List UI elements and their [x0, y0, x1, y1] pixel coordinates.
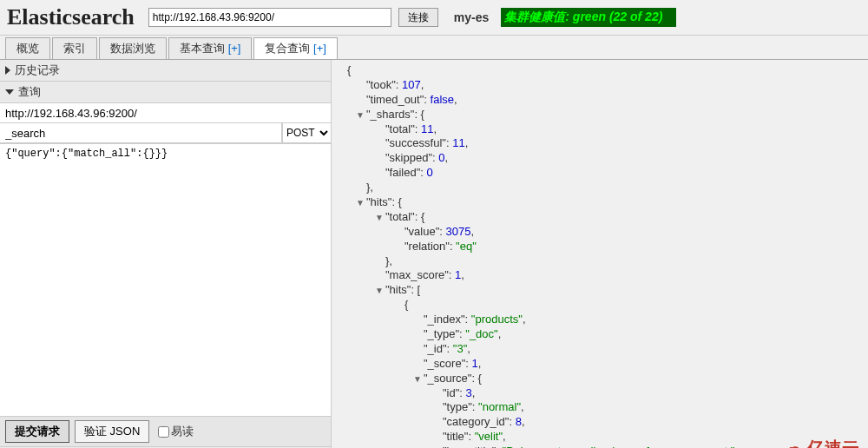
chevron-down-icon — [5, 89, 14, 95]
json-line: ▼"hits": [ — [340, 283, 859, 298]
tab-1[interactable]: 索引 — [52, 37, 97, 59]
top-bar: Elasticsearch 连接 my-es 集群健康值: green (22 … — [0, 0, 868, 36]
json-line: "successful": 11, — [340, 136, 859, 151]
json-line: "_index": "products", — [340, 313, 859, 327]
cluster-name: my-es — [454, 10, 489, 24]
collapse-toggle-icon[interactable]: ▼ — [356, 198, 365, 208]
response-panel[interactable]: {"took": 107,"timed_out": false,▼"_shard… — [332, 60, 868, 448]
submit-button[interactable]: 提交请求 — [5, 420, 69, 443]
watermark-logo: ☁ 亿速云 — [781, 433, 859, 448]
button-row: 提交请求 验证 JSON 易读 — [0, 416, 331, 446]
json-line: "_id": "3", — [340, 342, 859, 357]
easyread-checkbox[interactable]: 易读 — [158, 424, 194, 439]
json-line: "timed_out": false, — [340, 93, 859, 108]
json-line: "total": 11, — [340, 122, 859, 137]
path-input[interactable] — [0, 123, 282, 142]
cluster-url-input[interactable] — [148, 8, 391, 27]
json-line: "type": "normal", — [340, 400, 859, 415]
json-line: "id": 3, — [340, 386, 859, 401]
json-line: }, — [340, 254, 859, 269]
history-header[interactable]: 历史记录 — [0, 60, 331, 82]
json-line: "relation": "eq" — [340, 240, 859, 254]
json-line: ▼"hits": { — [340, 195, 859, 210]
collapse-toggle-icon[interactable]: ▼ — [375, 286, 384, 295]
json-line: "_score": 1, — [340, 357, 859, 372]
chevron-right-icon — [5, 66, 10, 75]
query-panel: 历史记录 查询 POST {"query":{"match_all":{}}} … — [0, 60, 332, 448]
json-line: { — [340, 298, 859, 313]
json-line: "max_score": 1, — [340, 268, 859, 283]
easyread-checkbox-input[interactable] — [158, 426, 169, 438]
json-line: "skipped": 0, — [340, 151, 859, 166]
json-line: ▼"total": { — [340, 210, 859, 225]
tab-2[interactable]: 数据浏览 — [99, 37, 167, 59]
query-label: 查询 — [18, 84, 41, 100]
tab-3[interactable]: 基本查询 [+] — [168, 37, 252, 59]
query-body-textarea[interactable]: {"query":{"match_all":{}}} — [0, 144, 331, 399]
collapse-toggle-icon[interactable]: ▼ — [375, 213, 384, 222]
connect-button[interactable]: 连接 — [398, 8, 438, 27]
cluster-health-badge: 集群健康值: green (22 of 22) — [501, 8, 676, 27]
app-title: Elasticsearch — [7, 4, 135, 30]
json-line: "took": 107, — [340, 78, 859, 93]
query-header[interactable]: 查询 — [0, 82, 331, 103]
json-line: { — [340, 63, 859, 78]
json-line: "failed": 0 — [340, 166, 859, 181]
json-line: }, — [340, 181, 859, 195]
validate-json-button[interactable]: 验证 JSON — [75, 420, 149, 443]
cloud-icon: ☁ — [781, 433, 804, 448]
collapse-toggle-icon[interactable]: ▼ — [356, 110, 365, 120]
json-line: "_type": "_doc", — [340, 327, 859, 342]
collapse-toggle-icon[interactable]: ▼ — [413, 374, 422, 384]
method-select[interactable]: POST — [282, 123, 331, 142]
json-line: "value": 3075, — [340, 225, 859, 240]
tab-0[interactable]: 概览 — [5, 37, 50, 59]
host-input[interactable] — [0, 103, 331, 122]
json-line: ▼"_shards": { — [340, 108, 859, 122]
json-line: "category_id": 8, — [340, 415, 859, 430]
tab-4[interactable]: 复合查询 [+] — [253, 37, 337, 59]
history-label: 历史记录 — [15, 63, 60, 78]
tab-bar: 概览索引数据浏览基本查询 [+]复合查询 [+] — [0, 36, 868, 60]
json-line: ▼"_source": { — [340, 372, 859, 386]
